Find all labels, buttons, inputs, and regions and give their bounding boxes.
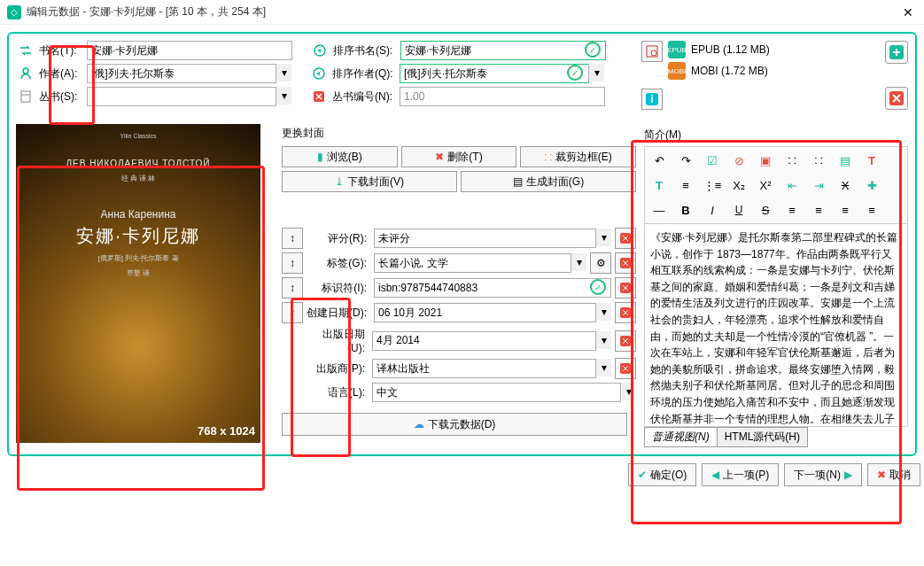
list-ul-icon[interactable]: ⋮≡ [702, 175, 723, 195]
align-left-icon[interactable]: ≡ [781, 200, 803, 220]
cover-translator: 草婴 译 [16, 268, 260, 278]
tags-input[interactable] [374, 253, 571, 273]
clear-rating-button[interactable] [615, 228, 636, 249]
title-input[interactable] [87, 41, 292, 60]
clear-publisher-button[interactable] [615, 358, 636, 379]
format-row[interactable]: EPUB EPUB (1.12 MB) [668, 41, 880, 58]
list-ol-icon[interactable]: ≡ [675, 175, 696, 195]
label-ids: 标识符(I): [307, 281, 370, 296]
tags-edit-button[interactable]: ⚙ [590, 252, 611, 274]
date-aux-button[interactable]: ↕ [282, 302, 303, 323]
add-format-button[interactable] [885, 41, 908, 64]
date-input[interactable] [374, 303, 596, 322]
language-dropdown[interactable]: ▾ [620, 383, 636, 400]
sort-author-input[interactable] [400, 64, 589, 83]
info-button[interactable]: i [641, 89, 663, 110]
strikethrough-icon[interactable]: S [755, 200, 776, 220]
author-manage-icon[interactable] [16, 64, 35, 83]
cover-image[interactable]: Yilin Classics ЛЕВ НИКОЛАЕВИЧ ТОЛСТОЙ 经 … [16, 124, 260, 443]
series-dropdown[interactable]: ▾ [276, 87, 291, 105]
strike-icon[interactable]: X [835, 175, 856, 195]
language-input[interactable] [372, 383, 621, 402]
paste-plain-icon[interactable]: ▤ [835, 151, 856, 170]
align-center-icon[interactable]: ≡ [808, 200, 829, 220]
text-color-icon[interactable]: T [861, 151, 882, 170]
cancel-button[interactable]: ✖取消 [867, 463, 920, 486]
trim-cover-button[interactable]: ⸬裁剪边框(E) [520, 146, 636, 167]
svg-text:i: i [650, 93, 653, 105]
align-right-icon[interactable]: ≡ [835, 200, 856, 220]
author-input[interactable] [87, 64, 276, 83]
tab-normal-view[interactable]: 普通视图(N) [644, 427, 718, 447]
rating-input[interactable] [374, 229, 596, 248]
prev-button[interactable]: ◀上一项(P) [702, 463, 779, 486]
superscript-icon[interactable]: X² [755, 175, 776, 195]
undo-icon[interactable]: ↶ [648, 151, 670, 170]
remove-format-button[interactable] [885, 87, 908, 110]
ids-aux-button[interactable]: ↕ [282, 277, 303, 299]
clear-ids-button[interactable] [615, 277, 636, 299]
label-tags: 标签(G): [307, 256, 370, 271]
clear-pubdate-button[interactable] [615, 330, 636, 352]
sort-author-dropdown[interactable]: ▾ [588, 64, 604, 81]
link-icon[interactable]: ✚ [861, 175, 882, 195]
auto-sort-author-icon[interactable] [309, 64, 329, 83]
browse-cover-button[interactable]: ▮浏览(B) [282, 146, 398, 167]
indent-more-icon[interactable]: ⇥ [808, 175, 829, 195]
redo-icon[interactable]: ↷ [675, 151, 696, 170]
rating-aux-button[interactable]: ↕ [282, 228, 303, 249]
italic-icon[interactable]: I [702, 200, 723, 220]
download-metadata-button[interactable]: ☁下载元数据(D) [282, 413, 627, 436]
label-rating: 评分(R): [307, 231, 370, 246]
align-justify-icon[interactable]: ≡ [861, 200, 882, 220]
swap-title-icon[interactable] [16, 41, 35, 60]
clear-date-button[interactable] [615, 302, 636, 323]
cover-author-line: [俄罗斯] 列夫·托尔斯泰 著 [16, 253, 260, 263]
paste-isbn-button[interactable] [641, 41, 663, 62]
publisher-dropdown[interactable]: ▾ [595, 359, 611, 376]
series-icon[interactable] [16, 87, 35, 106]
check-icon: ✓ [567, 65, 583, 81]
svg-point-7 [651, 50, 656, 56]
subscript-icon[interactable]: X₂ [728, 175, 749, 195]
app-logo-icon: ◇ [7, 5, 21, 19]
hr-icon[interactable]: — [648, 200, 670, 220]
publisher-input[interactable] [372, 359, 596, 378]
date-dropdown[interactable]: ▾ [595, 303, 611, 321]
author-dropdown[interactable]: ▾ [276, 64, 291, 81]
bg-color-icon[interactable]: T [648, 175, 670, 195]
select-all-icon[interactable]: ☑ [702, 151, 723, 170]
rating-dropdown[interactable]: ▾ [595, 229, 611, 246]
copy-icon[interactable]: ▣ [755, 151, 776, 170]
series-index-input[interactable] [400, 87, 605, 106]
indent-less-icon[interactable]: ⇤ [781, 175, 803, 195]
series-input[interactable] [87, 87, 276, 106]
format-label: EPUB (1.12 MB) [691, 43, 770, 56]
clear-tags-button[interactable] [615, 252, 636, 274]
ids-input[interactable] [374, 278, 611, 298]
ok-button[interactable]: ✔确定(O) [628, 463, 696, 486]
bold-icon[interactable]: B [675, 200, 696, 220]
next-button[interactable]: 下一项(N)▶ [784, 463, 862, 486]
clear-series-icon[interactable] [309, 87, 329, 106]
download-cover-button[interactable]: ⤓下载封面(V) [282, 171, 457, 192]
delete-cover-button[interactable]: ✖删除(T) [401, 146, 517, 167]
tags-aux-button[interactable]: ↕ [282, 252, 303, 274]
pubdate-dropdown[interactable]: ▾ [595, 331, 611, 349]
format-row[interactable]: MOBI MOBI (1.72 MB) [668, 62, 880, 80]
paste-icon[interactable]: ⸬ [808, 151, 829, 170]
underline-icon[interactable]: U [728, 200, 749, 220]
cut-icon[interactable]: ⸬ [781, 151, 803, 170]
comments-text[interactable]: 《安娜·卡列尼娜》是托尔斯泰第二部里程碑式的长篇小说，创作于 1873—1877… [644, 223, 908, 427]
pubdate-input[interactable] [372, 331, 596, 351]
auto-sort-title-icon[interactable] [310, 41, 330, 60]
tab-html-source[interactable]: HTML源代码(H) [717, 427, 808, 447]
sort-title-input[interactable] [400, 41, 606, 60]
window-close-button[interactable]: ✕ [899, 5, 917, 19]
svg-rect-3 [21, 91, 30, 102]
mobi-icon: MOBI [668, 62, 686, 80]
tags-dropdown[interactable]: ▾ [571, 253, 586, 271]
label-pubdate: 出版日期 (U): [305, 327, 369, 354]
generate-cover-button[interactable]: ▤生成封面(G) [461, 171, 636, 192]
remove-format-icon[interactable]: ⊘ [728, 151, 749, 170]
